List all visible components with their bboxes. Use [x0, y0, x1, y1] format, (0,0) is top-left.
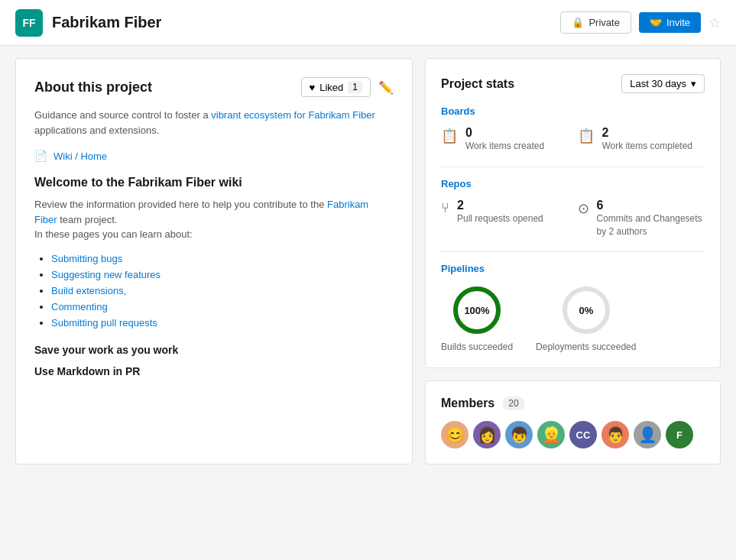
clipboard-icon: 📋 [441, 128, 458, 144]
boards-label: Boards [441, 105, 705, 117]
pipelines-circles: 100% Builds succeeded 0% Deployments suc… [441, 283, 705, 352]
avatar[interactable]: 👦 [505, 421, 533, 448]
avatar[interactable]: 👨 [601, 421, 629, 448]
private-label: Private [588, 17, 619, 28]
work-items-completed-number: 2 [602, 126, 692, 140]
wiki-intro: Review the information provided here to … [34, 197, 394, 242]
liked-label: Liked [319, 82, 343, 93]
avatar-initials: F [676, 429, 683, 441]
pr-label: Pull requests opened [457, 212, 543, 225]
project-title: Fabrikam Fiber [52, 14, 161, 31]
divider [441, 167, 705, 167]
commits-label: Commits and Changesets by 2 authors [597, 212, 705, 238]
invite-button[interactable]: 🤝 Invite [639, 12, 701, 33]
divider [441, 251, 705, 252]
list-item: Suggesting new features [51, 269, 394, 280]
work-items-completed-label: Work items completed [602, 140, 692, 153]
about-header: About this project ♥ Liked 1 ✏️ [34, 77, 394, 97]
list-item: Build extensions, [51, 285, 394, 296]
avatars-row: 😊 👩 👦 👱 CC 👨 👤 [441, 421, 705, 448]
boards-stats: 📋 0 Work items created 📋 2 Work items co… [441, 126, 705, 153]
commenting-link[interactable]: Commenting [51, 301, 108, 312]
fabrikam-fiber-link[interactable]: Fabrikam Fiber [34, 199, 368, 225]
pipelines-label: Pipelines [441, 263, 705, 274]
work-items-created-label: Work items created [465, 140, 544, 153]
stat-info: 2 Work items completed [602, 126, 692, 153]
wiki-link[interactable]: 📄 Wiki / Home [34, 150, 394, 162]
list-item: Submitting pull requests [51, 317, 394, 329]
members-count: 20 [502, 397, 524, 410]
header: FF Fabrikam Fiber 🔒 Private 🤝 Invite ☆ [0, 0, 736, 46]
avatar[interactable]: 👤 [634, 421, 661, 448]
deployments-circle: 0% Deployments succeeded [536, 283, 636, 352]
members-header: Members 20 [441, 397, 705, 410]
markdown-heading: Use Markdown in PR [34, 365, 394, 377]
clipboard-check-icon: 📋 [578, 128, 595, 144]
about-title: About this project [34, 79, 293, 95]
edit-button[interactable]: ✏️ [378, 80, 394, 95]
svg-text:100%: 100% [464, 305, 490, 316]
avatar-face: 😊 [446, 427, 465, 442]
invite-label: Invite [666, 17, 690, 28]
stat-info: 0 Work items created [465, 126, 544, 153]
stat-commits: ⊙ 6 Commits and Changesets by 2 authors [578, 199, 705, 238]
header-actions: 🔒 Private 🤝 Invite ☆ [560, 11, 721, 34]
members-title: Members [441, 397, 494, 410]
build-extensions-link[interactable]: Build extensions, [51, 285, 126, 296]
logo-box: FF [15, 9, 43, 37]
repos-label: Repos [441, 178, 705, 189]
commit-icon: ⊙ [578, 200, 589, 217]
days-label: Last 30 days [630, 78, 686, 89]
stats-title: Project stats [441, 77, 514, 91]
avatar[interactable]: 😊 [441, 421, 469, 448]
pull-request-icon: ⑂ [441, 200, 449, 216]
chevron-down-icon: ▾ [691, 78, 696, 89]
repos-stats: ⑂ 2 Pull requests opened ⊙ 6 Commits and… [441, 199, 705, 238]
save-work-heading: Save your work as you work [34, 344, 394, 356]
submitting-bugs-link[interactable]: Submitting bugs [51, 253, 122, 264]
suggesting-features-link[interactable]: Suggesting new features [51, 269, 160, 280]
avatar[interactable]: 👱 [537, 421, 565, 448]
star-button[interactable]: ☆ [708, 15, 721, 31]
avatar[interactable]: 👩 [473, 421, 501, 448]
commits-number: 6 [597, 199, 705, 212]
about-description: Guidance and source control to foster a … [34, 108, 394, 138]
vibrant-link[interactable]: vibrant ecosystem for [211, 109, 306, 121]
avatar[interactable]: CC [569, 421, 597, 448]
private-button[interactable]: 🔒 Private [560, 11, 631, 34]
pull-requests-link[interactable]: Submitting pull requests [51, 317, 157, 329]
avatar-face: 👩 [478, 427, 497, 442]
main-content: About this project ♥ Liked 1 ✏️ Guidance… [0, 46, 736, 477]
list-item: Submitting bugs [51, 253, 394, 264]
like-button[interactable]: ♥ Liked 1 [301, 77, 371, 97]
invite-icon: 🤝 [650, 17, 662, 28]
svg-text:0%: 0% [579, 305, 593, 316]
days-dropdown[interactable]: Last 30 days ▾ [621, 74, 705, 93]
stat-info: 2 Pull requests opened [457, 199, 543, 225]
stat-info: 6 Commits and Changesets by 2 authors [597, 199, 705, 238]
work-items-created-number: 0 [465, 126, 544, 140]
deployments-donut: 0% [559, 283, 613, 337]
members-card: Members 20 😊 👩 👦 👱 CC [425, 380, 721, 465]
avatar[interactable]: F [666, 421, 693, 448]
right-panel: Project stats Last 30 days ▾ Boards 📋 0 … [425, 58, 721, 465]
lock-icon: 🔒 [572, 17, 584, 28]
pr-number: 2 [457, 199, 543, 212]
builds-circle: 100% Builds succeeded [441, 283, 513, 352]
avatar-face: 👤 [638, 427, 657, 442]
list-item: Commenting [51, 301, 394, 312]
wiki-icon: 📄 [34, 150, 47, 162]
wiki-heading: Welcome to the Fabrikam Fiber wiki [34, 176, 394, 189]
fabrikam-link[interactable]: Fabrikam Fiber [308, 109, 374, 121]
stat-pull-requests: ⑂ 2 Pull requests opened [441, 199, 569, 238]
header-logo: FF Fabrikam Fiber [15, 9, 560, 37]
builds-donut: 100% [450, 283, 504, 337]
like-count: 1 [348, 81, 362, 93]
stats-card: Project stats Last 30 days ▾ Boards 📋 0 … [425, 58, 721, 368]
stats-header: Project stats Last 30 days ▾ [441, 74, 705, 93]
builds-label: Builds succeeded [441, 342, 513, 352]
avatar-face: 👦 [510, 427, 529, 442]
deployments-label: Deployments succeeded [536, 342, 636, 352]
stat-work-items-completed: 📋 2 Work items completed [578, 126, 705, 153]
wiki-list: Submitting bugs Suggesting new features … [34, 253, 394, 329]
